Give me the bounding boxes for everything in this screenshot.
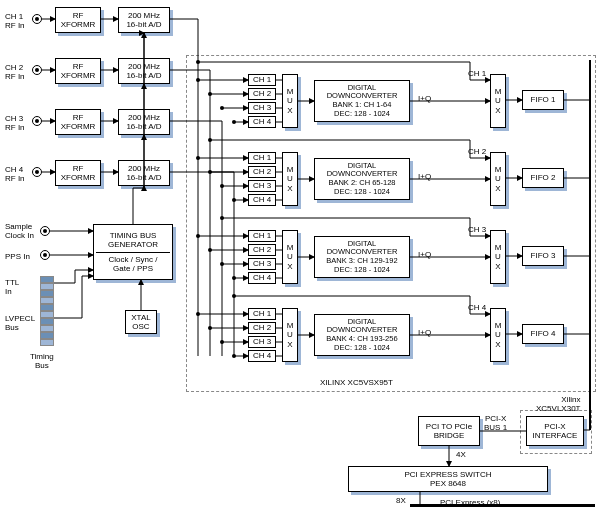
svg-point-104 <box>208 92 212 96</box>
svg-point-115 <box>232 198 236 202</box>
svg-point-112 <box>220 262 224 266</box>
svg-point-105 <box>208 138 212 142</box>
svg-point-117 <box>232 294 236 298</box>
svg-point-110 <box>220 184 224 188</box>
svg-point-101 <box>196 156 200 160</box>
svg-point-109 <box>220 106 224 110</box>
svg-point-99 <box>196 60 200 64</box>
svg-point-108 <box>208 326 212 330</box>
wiring <box>0 0 600 511</box>
svg-point-114 <box>232 120 236 124</box>
pci-express-bus <box>410 504 595 507</box>
svg-point-116 <box>232 276 236 280</box>
svg-point-103 <box>196 312 200 316</box>
svg-point-100 <box>196 78 200 82</box>
svg-point-111 <box>220 216 224 220</box>
svg-point-113 <box>220 340 224 344</box>
svg-point-106 <box>208 170 212 174</box>
svg-point-102 <box>196 234 200 238</box>
svg-point-107 <box>208 248 212 252</box>
svg-point-118 <box>232 354 236 358</box>
